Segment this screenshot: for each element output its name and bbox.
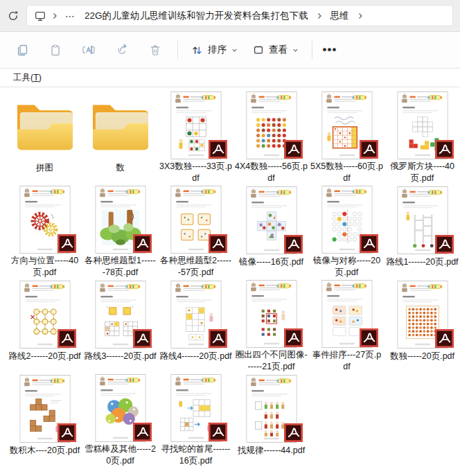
pdf-thumbnail [19,375,71,443]
pdf-thumbnail [19,186,71,254]
more-options-button[interactable]: ••• [318,39,342,61]
file-name: 寻找蛇的首尾------16页.pdf [159,443,233,466]
file-name: 数积木----20页.pdf [10,445,80,457]
breadcrumb-folder[interactable]: 22G的儿童幼儿思维训练和智力开发资料合集打包下载 [80,8,312,24]
pdf-thumbnail [246,375,297,443]
pdf-file-item[interactable]: 路线4------20页.pdf [158,277,233,371]
file-name: 路线1------20页.pdf [386,256,458,268]
pdf-file-item[interactable]: 圈出四个不同图像------21页.pdf [233,277,309,371]
breadcrumb-overflow-button[interactable]: ⋯ [62,10,79,21]
pdf-file-item[interactable]: 雪糕棒及其他-----20页.pdf [82,371,158,466]
file-name: 路线4------20页.pdf [159,351,231,362]
pdf-thumbnail [170,186,222,254]
pdf-file-item[interactable]: 各种思维题型2------57页.pdf [158,183,233,277]
pdf-thumbnail [321,280,373,348]
menu-bar: 工具(T) [0,69,460,87]
copy-button[interactable] [8,37,37,62]
pdf-badge-icon [360,234,378,253]
pdf-thumbnail [321,186,373,254]
pdf-badge-icon [57,329,76,348]
pdf-file-item[interactable]: 俄罗斯方块----40页.pdf [384,89,460,183]
more-options-icon: ••• [323,46,337,53]
pdf-file-item[interactable]: 路线3------20页.pdf [82,277,158,371]
pdf-thumbnail [170,374,222,442]
file-name: 数独-----20页.pdf [390,351,454,362]
pdf-badge-icon [435,140,454,159]
pdf-file-item[interactable]: 镜像-----16页.pdf [233,183,309,277]
view-label: 查看 [269,44,288,56]
file-name: 雪糕棒及其他-----20页.pdf [84,443,157,466]
pdf-badge-icon [284,235,303,254]
rename-icon [82,43,96,57]
pdf-file-item[interactable]: 路线1------20页.pdf [384,183,460,277]
pdf-file-item[interactable]: 数积木----20页.pdf [7,371,82,466]
pdf-badge-icon [435,329,454,348]
copy-icon [15,43,29,57]
toolbar-separator [312,41,312,59]
pdf-file-item[interactable]: 事件排序---27页.pdf [309,277,384,371]
pdf-thumbnail [95,281,146,349]
view-button[interactable]: 查看 [245,39,306,61]
pdf-thumbnail [95,374,146,442]
share-button[interactable] [107,37,136,62]
pdf-badge-icon [209,329,227,348]
pdf-badge-icon [435,235,454,254]
pdf-file-item[interactable]: 镜像与对称-----20页.pdf [309,183,384,277]
sort-icon [191,44,204,57]
paste-button[interactable] [41,37,70,62]
folder-icon [89,98,152,154]
chevron-right-icon [355,12,366,19]
pdf-thumbnail [19,281,71,349]
sort-label: 排序 [208,44,227,56]
file-name: 路线2------20页.pdf [8,351,80,362]
pdf-file-item[interactable]: 方向与位置-----40页.pdf [7,183,82,277]
pdf-file-item[interactable]: 路线2------20页.pdf [7,277,82,371]
file-name: 拼图 [36,162,53,174]
file-name: 各种思维题型1------78页.pdf [84,255,157,278]
pdf-file-item[interactable]: 4X4数独-----56页.pdf [233,89,309,183]
pdf-thumbnail [397,91,448,159]
rename-button[interactable] [74,37,103,62]
sort-button[interactable]: 排序 [184,39,245,62]
address-bar[interactable]: ⋯ 22G的儿童幼儿思维训练和智力开发资料合集打包下载 思维 [26,5,453,26]
pdf-thumbnail [170,281,222,349]
file-grid: 拼图 数 3X3数独-----33页.pdf [0,87,460,466]
pdf-badge-icon [284,423,303,442]
pdf-badge-icon [133,329,152,348]
pdf-file-item[interactable]: 5X5数独-----60页.pdf [309,89,384,183]
file-name: 镜像-----16页.pdf [239,256,303,268]
file-name: 5X5数独-----60页.pdf [310,161,384,184]
pdf-file-item[interactable]: 找规律------44.pdf [233,371,309,466]
toolbar-separator [177,41,178,59]
pdf-file-item[interactable]: 3X3数独-----33页.pdf [158,89,233,183]
pdf-badge-icon [209,234,227,253]
tools-menu[interactable]: 工具(T) [10,70,44,86]
folder-item[interactable]: 拼图 [7,89,82,183]
breadcrumb-current-folder[interactable]: 思维 [326,8,353,24]
pdf-file-item[interactable]: 各种思维题型1------78页.pdf [82,183,158,277]
file-name: 找规律------44.pdf [238,445,305,457]
delete-button[interactable] [141,37,170,62]
pdf-thumbnail [321,91,373,159]
chevron-down-icon [231,46,238,54]
file-name: 圈出四个不同图像------21页.pdf [235,349,308,372]
pdf-badge-icon [284,328,303,347]
share-icon [115,43,129,57]
pdf-badge-icon [57,234,76,253]
this-pc-icon[interactable] [33,8,48,24]
pdf-file-item[interactable]: 数独-----20页.pdf [384,277,460,371]
file-name: 数 [116,162,125,174]
pdf-badge-icon [209,140,227,159]
address-toolbar: ⋯ 22G的儿童幼儿思维训练和智力开发资料合集打包下载 思维 [0,0,460,32]
pdf-thumbnail [397,186,448,254]
file-name: 路线3------20页.pdf [84,351,156,362]
view-icon [252,44,265,56]
refresh-button[interactable] [4,7,22,25]
file-name: 俄罗斯方块----40页.pdf [386,161,459,184]
folder-item[interactable]: 数 [82,89,158,183]
pdf-thumbnail [397,281,448,349]
pdf-badge-icon [284,140,303,159]
command-bar: 排序 查看 ••• [0,32,460,69]
refresh-icon [7,10,19,22]
pdf-file-item[interactable]: 寻找蛇的首尾------16页.pdf [158,371,233,466]
